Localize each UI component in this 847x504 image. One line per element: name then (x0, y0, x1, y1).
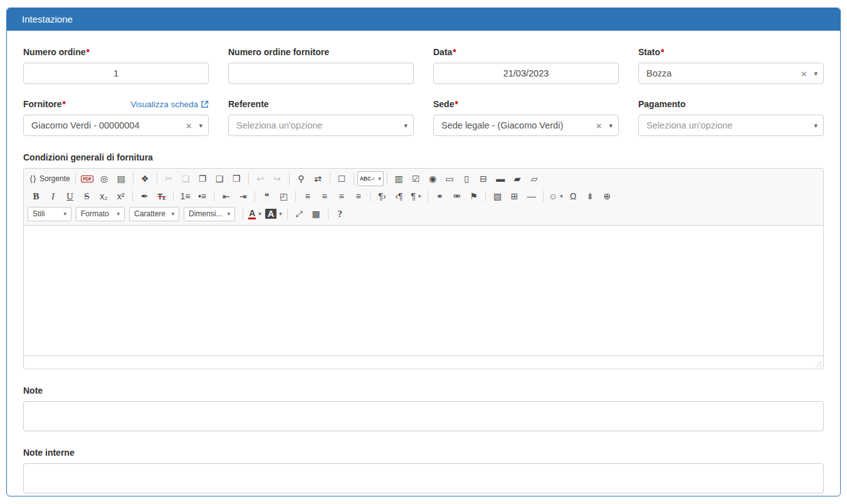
visualizza-scheda-link[interactable]: Visualizza scheda (130, 100, 209, 109)
form-icon[interactable]: ▥ (391, 171, 408, 186)
link-icon[interactable]: ⚭ (431, 189, 448, 204)
iframe-icon[interactable]: ⊕ (599, 189, 616, 204)
show-blocks-icon[interactable]: ▦ (308, 206, 325, 221)
background-color-icon[interactable]: A▾ (263, 206, 284, 221)
bidi-rtl-icon[interactable]: ‹¶ (391, 189, 408, 204)
replace-icon[interactable]: ⇄ (310, 171, 327, 186)
toolbar-separator (132, 191, 133, 202)
note-interne-textarea[interactable] (23, 463, 824, 493)
toolbar-separator (330, 173, 330, 184)
hidden-field-icon[interactable]: ▱ (526, 171, 543, 186)
styles-dropdown[interactable]: Stili▾ (28, 207, 71, 221)
increase-indent-icon[interactable]: ⇥ (234, 189, 251, 204)
image-icon[interactable]: ▧ (489, 189, 506, 204)
templates-icon[interactable]: ❖ (137, 171, 154, 186)
pagamento-placeholder: Seleziona un'opzione (646, 120, 814, 130)
select-all-icon[interactable]: ☐ (334, 171, 350, 186)
radio-button-icon[interactable]: ◉ (424, 171, 441, 186)
div-container-icon[interactable]: ◰ (275, 189, 292, 204)
field-referente: Referente Seleziona un'opzione ▾ (228, 99, 414, 136)
format-dropdown[interactable]: Formato▾ (76, 207, 125, 221)
subscript-icon[interactable]: x₂ (95, 189, 112, 204)
numero-ordine-input[interactable] (23, 63, 209, 84)
stato-select[interactable]: Bozza × ▾ (638, 63, 824, 84)
resize-handle[interactable] (814, 359, 822, 367)
chevron-down-icon[interactable]: ▾ (814, 70, 818, 77)
link-text: Visualizza scheda (130, 100, 198, 109)
language-icon[interactable]: ¶▾ (408, 189, 424, 204)
smiley-icon[interactable]: ☺▾ (547, 189, 565, 204)
toolbar-separator (387, 173, 387, 184)
special-char-icon[interactable]: Ω (565, 189, 582, 204)
find-icon[interactable]: ⚲ (293, 171, 310, 186)
unlink-icon[interactable]: ⚮ (448, 189, 465, 204)
fornitore-select[interactable]: Giacomo Verdi - 00000004 × ▾ (23, 115, 209, 136)
superscript-icon[interactable]: x² (112, 189, 129, 204)
align-left-icon[interactable]: ≡ (299, 189, 316, 204)
table-icon[interactable]: ⊞ (506, 189, 523, 204)
chevron-down-icon[interactable]: ▾ (609, 122, 613, 129)
about-icon[interactable]: ? (332, 206, 349, 221)
clear-icon[interactable]: × (797, 69, 814, 78)
export-pdf-icon[interactable]: PDF (79, 171, 96, 186)
panel-body: Numero ordine* Numero ordine fornitore D… (7, 31, 840, 496)
button-field-icon[interactable]: ▬ (492, 171, 509, 186)
paste-icon[interactable]: ❐ (194, 171, 211, 186)
note-textarea[interactable] (23, 401, 824, 431)
horizontal-rule-icon[interactable]: ― (523, 189, 540, 204)
numbered-list-icon[interactable]: 1≡ (177, 189, 194, 204)
bold-icon[interactable]: B (28, 189, 45, 204)
bulleted-list-icon[interactable]: •≡ (194, 189, 211, 204)
toolbar-separator (287, 208, 288, 219)
required-asterisk: * (455, 99, 458, 109)
align-right-icon[interactable]: ≡ (333, 189, 350, 204)
editor-content-area[interactable] (24, 226, 823, 355)
bidi-ltr-icon[interactable]: ¶› (374, 189, 391, 204)
paste-as-text-icon[interactable]: ❑ (211, 171, 228, 186)
italic-icon[interactable]: I (45, 189, 61, 204)
spellcheck-button[interactable]: ABC✓▾ (357, 171, 384, 186)
decrease-indent-icon[interactable]: ⇤ (218, 189, 234, 204)
align-center-icon[interactable]: ≡ (316, 189, 333, 204)
field-numero-ordine-fornitore: Numero ordine fornitore (228, 47, 414, 84)
label-text: Referente (228, 99, 269, 109)
data-input[interactable] (433, 63, 619, 84)
redo-icon: ↪ (269, 171, 286, 186)
selection-field-icon[interactable]: ⊟ (475, 171, 492, 186)
underline-icon[interactable]: U (61, 189, 78, 204)
toolbar-separator (295, 191, 296, 202)
chevron-down-icon[interactable]: ▾ (199, 122, 203, 129)
checkbox-icon[interactable]: ☑ (408, 171, 424, 186)
chevron-down-icon[interactable]: ▾ (814, 122, 818, 129)
pagamento-select[interactable]: Seleziona un'opzione ▾ (638, 115, 824, 136)
sede-select[interactable]: Sede legale - (Giacomo Verdi) × ▾ (433, 115, 619, 136)
remove-format-icon[interactable]: Tₓ (153, 189, 170, 204)
align-justify-icon[interactable]: ≡ (350, 189, 367, 204)
maximize-icon[interactable]: ⤢ (291, 206, 308, 221)
pagamento-label: Pagamento (638, 99, 824, 109)
field-pagamento: Pagamento Seleziona un'opzione ▾ (638, 99, 824, 136)
copy-formatting-icon[interactable]: ✒ (136, 189, 153, 204)
strikethrough-icon[interactable]: S (78, 189, 95, 204)
paste-from-word-icon[interactable]: ❒ (228, 171, 245, 186)
blockquote-icon[interactable]: ❝ (258, 189, 275, 204)
page-break-icon[interactable]: ⇟ (582, 189, 599, 204)
font-size-dropdown[interactable]: Dimensi...▾ (184, 207, 235, 221)
print-icon[interactable]: ▤ (113, 171, 130, 186)
condizioni-label: Condizioni generali di fornitura (23, 152, 824, 162)
referente-select[interactable]: Seleziona un'opzione ▾ (228, 115, 414, 136)
textarea-icon[interactable]: ▯ (458, 171, 475, 186)
text-field-icon[interactable]: ▭ (441, 171, 458, 186)
font-dropdown[interactable]: Carattere▾ (129, 207, 179, 221)
anchor-icon[interactable]: ⚑ (465, 189, 482, 204)
source-button[interactable]: ⟨⟩Sorgente (28, 171, 72, 186)
numero-ordine-fornitore-input[interactable] (228, 63, 414, 84)
rich-text-editor: ⟨⟩SorgentePDF◎▤❖✂❏❐❑❒↩↪⚲⇄☐ABC✓▾▥☑◉▭▯⊟▬▰▱… (23, 168, 824, 369)
clear-icon[interactable]: × (592, 121, 609, 130)
chevron-down-icon[interactable]: ▾ (404, 122, 408, 129)
preview-icon[interactable]: ◎ (96, 171, 113, 186)
text-color-icon[interactable]: A▾ (246, 206, 263, 221)
toolbar-separator (157, 173, 157, 184)
image-button-icon[interactable]: ▰ (509, 171, 526, 186)
clear-icon[interactable]: × (182, 121, 199, 130)
